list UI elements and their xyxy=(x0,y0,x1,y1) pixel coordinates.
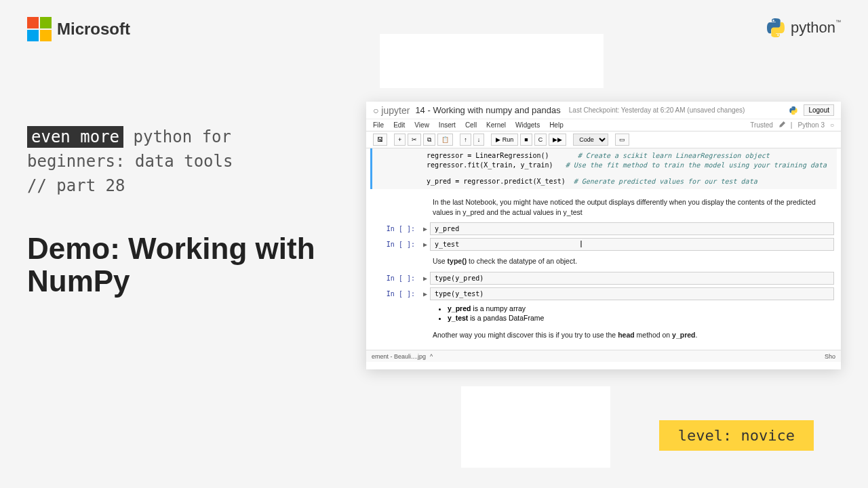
bg-decor-1 xyxy=(380,34,604,88)
code-input[interactable]: y_pred xyxy=(430,222,834,235)
notebook-title[interactable]: 14 - Working with numpy and pandas xyxy=(415,105,560,115)
checkpoint-text: Last Checkpoint: Yesterday at 6:20 AM (u… xyxy=(569,106,745,114)
series-line-2: beginners: data tools xyxy=(27,152,326,171)
code-input[interactable]: type(y_pred) xyxy=(430,272,834,285)
microsoft-logo: Microsoft xyxy=(27,17,130,41)
prompt-label: In [ ]: xyxy=(373,274,420,282)
command-palette-button[interactable]: ▭ xyxy=(615,134,629,146)
slide-text-column: even more python for beginners: data too… xyxy=(27,127,326,298)
notebook-body: regressor = LinearRegression() # Create … xyxy=(366,148,841,362)
kernel-name[interactable]: Python 3 xyxy=(797,121,824,129)
jupyter-toolbar: 🖫 + ✂ ⧉ 📋 ↑ ↓ ▶ Run ■ C ▶▶ Code ▭ xyxy=(366,131,841,148)
trusted-label[interactable]: Trusted xyxy=(750,121,773,129)
list-item: y_test is a pandas DataFrame xyxy=(448,314,834,322)
chevron-up-icon[interactable]: ^ xyxy=(430,353,433,360)
move-up-button[interactable]: ↑ xyxy=(460,134,471,146)
markdown-cell-1[interactable]: In the last Notebook, you might have not… xyxy=(366,193,841,221)
celltype-select[interactable]: Code xyxy=(573,134,608,146)
cut-button[interactable]: ✂ xyxy=(408,134,421,146)
prompt-label: In [ ]: xyxy=(373,241,420,248)
markdown-cell-2[interactable]: Use type() to check the datatype of an o… xyxy=(366,252,841,270)
copy-button[interactable]: ⧉ xyxy=(423,134,435,146)
run-arrow-icon[interactable]: ▶ xyxy=(420,274,430,282)
menu-insert[interactable]: Insert xyxy=(439,121,456,129)
save-button[interactable]: 🖫 xyxy=(373,134,387,146)
run-button[interactable]: ▶ Run xyxy=(491,134,518,146)
run-arrow-icon[interactable]: ▶ xyxy=(420,225,430,232)
move-down-button[interactable]: ↓ xyxy=(473,134,485,146)
code-cell-4[interactable]: In [ ]: ▶ type(y_test) xyxy=(366,286,841,302)
paste-button[interactable]: 📋 xyxy=(437,134,453,146)
python-logo: python™ xyxy=(765,17,841,39)
menu-file[interactable]: File xyxy=(373,121,384,129)
run-arrow-icon[interactable]: ▶ xyxy=(420,241,430,248)
restart-button[interactable]: C xyxy=(534,134,547,146)
run-arrow-icon[interactable]: ▶ xyxy=(420,290,430,298)
menu-kernel[interactable]: Kernel xyxy=(486,121,506,129)
code-cell-2[interactable]: In [ ]: ▶ y_test xyxy=(366,237,841,252)
microsoft-wordmark: Microsoft xyxy=(57,20,130,39)
code-cell-1[interactable]: In [ ]: ▶ y_pred xyxy=(366,221,841,237)
code-input[interactable]: type(y_test) xyxy=(430,287,834,300)
kernel-python-icon xyxy=(789,106,798,115)
stop-button[interactable]: ■ xyxy=(520,134,532,146)
microsoft-squares-icon xyxy=(27,17,52,41)
browser-download-bar: ement - Beauli....jpg ^ Sho xyxy=(366,350,841,362)
level-badge: level: novice xyxy=(659,420,814,451)
markdown-cell-3[interactable]: Another way you might discover this is i… xyxy=(366,326,841,344)
prompt-label: In [ ]: xyxy=(373,290,420,298)
python-icon xyxy=(765,17,787,39)
prompt-label: In [ ]: xyxy=(373,225,420,232)
list-item: y_pred is a numpy array xyxy=(448,304,834,312)
menu-edit[interactable]: Edit xyxy=(393,121,405,129)
series-line-3: // part 28 xyxy=(27,176,326,195)
pencil-icon[interactable] xyxy=(778,121,785,128)
python-wordmark: python™ xyxy=(791,19,841,37)
jupyter-window: ○ jupyter 14 - Working with numpy and pa… xyxy=(366,102,841,369)
menu-cell[interactable]: Cell xyxy=(465,121,477,129)
menu-help[interactable]: Help xyxy=(549,121,564,129)
text-cursor-icon: I xyxy=(580,239,583,249)
show-all-link[interactable]: Sho xyxy=(825,353,835,360)
add-cell-button[interactable]: + xyxy=(394,134,406,146)
jupyter-logo: ○ jupyter xyxy=(373,105,410,116)
slide-title: Demo: Working with NumPy xyxy=(27,232,326,298)
code-input[interactable]: y_test xyxy=(430,238,834,251)
jupyter-header: ○ jupyter 14 - Working with numpy and pa… xyxy=(366,102,841,119)
markdown-list[interactable]: y_pred is a numpy array y_test is a pand… xyxy=(366,302,841,326)
download-chip[interactable]: ement - Beauli....jpg xyxy=(372,353,426,360)
series-line-1: even more python for xyxy=(27,127,326,146)
menu-widgets[interactable]: Widgets xyxy=(515,121,540,129)
menu-view[interactable]: View xyxy=(414,121,429,129)
code-cell-active[interactable]: regressor = LinearRegression() # Create … xyxy=(370,148,837,189)
restart-run-button[interactable]: ▶▶ xyxy=(549,134,566,146)
bg-decor-2 xyxy=(461,386,610,468)
logout-button[interactable]: Logout xyxy=(804,104,834,116)
jupyter-menubar: File Edit View Insert Cell Kernel Widget… xyxy=(366,119,841,131)
code-cell-3[interactable]: In [ ]: ▶ type(y_pred) xyxy=(366,270,841,286)
